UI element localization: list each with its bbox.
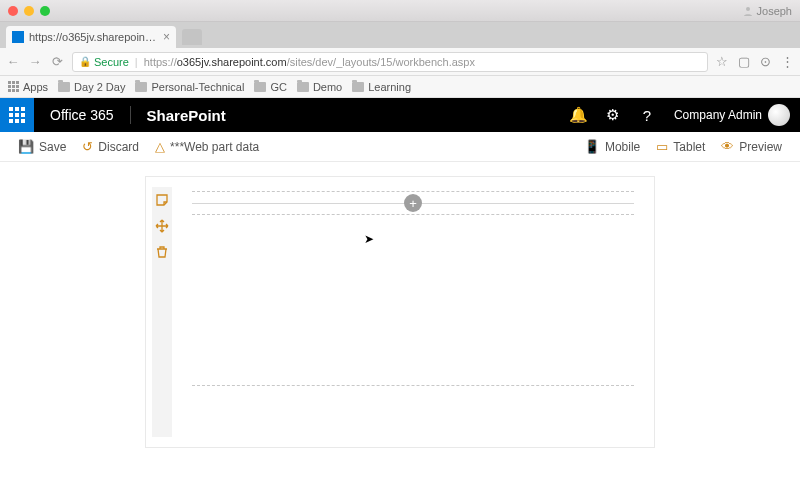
bookmark-folder[interactable]: Personal-Technical bbox=[135, 81, 244, 93]
folder-icon bbox=[58, 82, 70, 92]
webpart-zone[interactable]: + bbox=[192, 194, 634, 214]
folder-icon bbox=[135, 82, 147, 92]
folder-icon bbox=[352, 82, 364, 92]
bell-icon: 🔔 bbox=[569, 106, 588, 124]
window-minimize-button[interactable] bbox=[24, 6, 34, 16]
command-bar: 💾 Save ↺ Discard △ ***Web part data 📱 Mo… bbox=[0, 132, 800, 162]
save-icon: 💾 bbox=[18, 139, 34, 154]
section-boundary bbox=[192, 191, 634, 192]
account-name: Company Admin bbox=[674, 108, 762, 122]
edit-section-button[interactable] bbox=[155, 193, 169, 207]
suite-nav-bar: Office 365 SharePoint 🔔 ⚙ ? Company Admi… bbox=[0, 98, 800, 132]
tablet-view-button[interactable]: ▭ Tablet bbox=[648, 139, 713, 154]
nav-back-button[interactable]: ← bbox=[6, 54, 20, 69]
sharepoint-label[interactable]: SharePoint bbox=[131, 107, 242, 124]
window-zoom-button[interactable] bbox=[40, 6, 50, 16]
move-icon bbox=[155, 219, 169, 233]
bookmark-folder[interactable]: Day 2 Day bbox=[58, 81, 125, 93]
nav-forward-button[interactable]: → bbox=[28, 54, 42, 69]
save-button[interactable]: 💾 Save bbox=[10, 139, 74, 154]
bookmark-folder[interactable]: Demo bbox=[297, 81, 342, 93]
eye-icon: 👁 bbox=[721, 139, 734, 154]
discard-button[interactable]: ↺ Discard bbox=[74, 139, 147, 154]
delete-section-button[interactable] bbox=[155, 245, 169, 259]
note-icon bbox=[155, 193, 169, 207]
office365-label[interactable]: Office 365 bbox=[34, 107, 130, 123]
mobile-icon: 📱 bbox=[584, 139, 600, 154]
avatar-icon bbox=[768, 104, 790, 126]
lock-icon: 🔒 bbox=[79, 56, 91, 67]
url-path: /sites/dev/_layouts/15/workbench.aspx bbox=[287, 56, 475, 68]
undo-icon: ↺ bbox=[82, 139, 93, 154]
account-manager[interactable]: Company Admin bbox=[664, 104, 800, 126]
extensions-icon[interactable]: ⊙ bbox=[760, 54, 771, 69]
secure-label: Secure bbox=[94, 56, 129, 68]
help-button[interactable]: ? bbox=[630, 98, 664, 132]
preview-button[interactable]: 👁 Preview bbox=[713, 139, 790, 154]
notifications-button[interactable]: 🔔 bbox=[562, 98, 596, 132]
bookmark-folder[interactable]: GC bbox=[254, 81, 287, 93]
mobile-view-button[interactable]: 📱 Mobile bbox=[576, 139, 648, 154]
url-scheme: https:// bbox=[144, 56, 177, 68]
browser-tabstrip: https://o365jv.sharepoint.com × bbox=[0, 22, 800, 48]
empty-canvas-area[interactable] bbox=[192, 215, 634, 385]
address-bar[interactable]: 🔒 Secure | https://o365jv.sharepoint.com… bbox=[72, 52, 708, 72]
browser-toolbar: ← → ⟳ 🔒 Secure | https://o365jv.sharepoi… bbox=[0, 48, 800, 76]
move-section-button[interactable] bbox=[155, 219, 169, 233]
app-launcher-button[interactable] bbox=[0, 98, 34, 132]
folder-icon bbox=[254, 82, 266, 92]
browser-menu-icon[interactable]: ⋮ bbox=[781, 54, 794, 69]
waffle-icon bbox=[9, 107, 25, 123]
add-webpart-button[interactable]: + bbox=[404, 194, 422, 212]
trash-icon bbox=[155, 245, 169, 259]
help-icon: ? bbox=[643, 107, 651, 124]
folder-icon bbox=[297, 82, 309, 92]
pwa-install-icon[interactable]: ▢ bbox=[738, 54, 750, 69]
tab-close-icon[interactable]: × bbox=[163, 30, 170, 44]
apps-shortcut[interactable]: Apps bbox=[8, 81, 48, 93]
section-tool-rail bbox=[152, 187, 172, 437]
settings-button[interactable]: ⚙ bbox=[596, 98, 630, 132]
webpart-data-button[interactable]: △ ***Web part data bbox=[147, 139, 267, 154]
window-titlebar: Joseph bbox=[0, 0, 800, 22]
new-tab-button[interactable] bbox=[182, 29, 202, 45]
canvas-page: + bbox=[145, 176, 655, 448]
apps-label: Apps bbox=[23, 81, 48, 93]
bookmark-folder[interactable]: Learning bbox=[352, 81, 411, 93]
browser-tab[interactable]: https://o365jv.sharepoint.com × bbox=[6, 26, 176, 48]
workbench-stage: + bbox=[0, 162, 800, 448]
gear-icon: ⚙ bbox=[606, 106, 619, 124]
bookmark-star-icon[interactable]: ☆ bbox=[716, 54, 728, 69]
profile-name: Joseph bbox=[757, 5, 792, 17]
profile-indicator[interactable]: Joseph bbox=[743, 5, 792, 17]
tab-title: https://o365jv.sharepoint.com bbox=[29, 31, 158, 43]
bookmarks-bar: Apps Day 2 Day Personal-Technical GC Dem… bbox=[0, 76, 800, 98]
section-boundary bbox=[192, 385, 634, 386]
nav-reload-button[interactable]: ⟳ bbox=[50, 54, 64, 69]
sharepoint-favicon-icon bbox=[12, 31, 24, 43]
plus-icon: + bbox=[409, 197, 417, 210]
tablet-icon: ▭ bbox=[656, 139, 668, 154]
svg-point-0 bbox=[746, 7, 750, 11]
warning-icon: △ bbox=[155, 139, 165, 154]
url-host: o365jv.sharepoint.com bbox=[177, 56, 287, 68]
window-close-button[interactable] bbox=[8, 6, 18, 16]
canvas-sections: + bbox=[178, 187, 644, 437]
secure-indicator: 🔒 Secure bbox=[79, 56, 129, 68]
